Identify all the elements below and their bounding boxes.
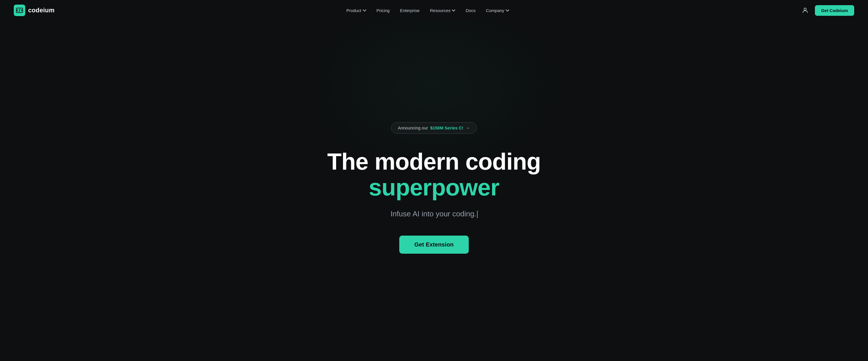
nav-item-company: Company [486,8,509,13]
svg-point-1 [804,8,806,10]
docs-nav-link[interactable]: Docs [466,8,475,13]
company-chevron-icon [506,9,509,11]
announcement-arrow: → [466,125,470,131]
nav-right: Get Codeium [801,5,854,16]
logo-text: codeium [28,7,55,14]
hero-title: The modern coding superpower [327,149,541,200]
nav-item-pricing: Pricing [377,8,390,13]
hero-subtitle: Infuse AI into your coding. [391,209,477,218]
navbar: codeium Product Pricing Enterprise Resou… [0,0,868,21]
nav-item-docs: Docs [466,8,475,13]
user-icon[interactable] [801,6,809,14]
enterprise-nav-link[interactable]: Enterprise [400,8,420,13]
cursor-blink [477,210,477,218]
hero-title-line1: The modern coding [327,149,541,174]
nav-item-product: Product [346,8,366,13]
nav-item-enterprise: Enterprise [400,8,420,13]
logo-link[interactable]: codeium [14,5,55,16]
resources-nav-button[interactable]: Resources [430,8,456,13]
user-svg [802,7,809,14]
get-codeium-button[interactable]: Get Codeium [815,5,854,16]
announcement-prefix: Announcing our [398,125,428,130]
logo-svg [16,7,23,14]
product-nav-button[interactable]: Product [346,8,366,13]
hero-title-line2: superpower [327,174,541,200]
get-extension-button[interactable]: Get Extension [399,236,468,254]
nav-item-resources: Resources [430,8,456,13]
logo-icon [14,5,25,16]
nav-links: Product Pricing Enterprise Resources [346,8,509,13]
hero-section: Announcing our $150M Series C! → The mod… [0,21,868,361]
announcement-highlight: $150M Series C! [430,125,463,130]
resources-chevron-icon [452,9,455,11]
product-chevron-icon [363,9,366,11]
announcement-banner[interactable]: Announcing our $150M Series C! → [391,122,477,134]
pricing-nav-link[interactable]: Pricing [377,8,390,13]
company-nav-button[interactable]: Company [486,8,509,13]
